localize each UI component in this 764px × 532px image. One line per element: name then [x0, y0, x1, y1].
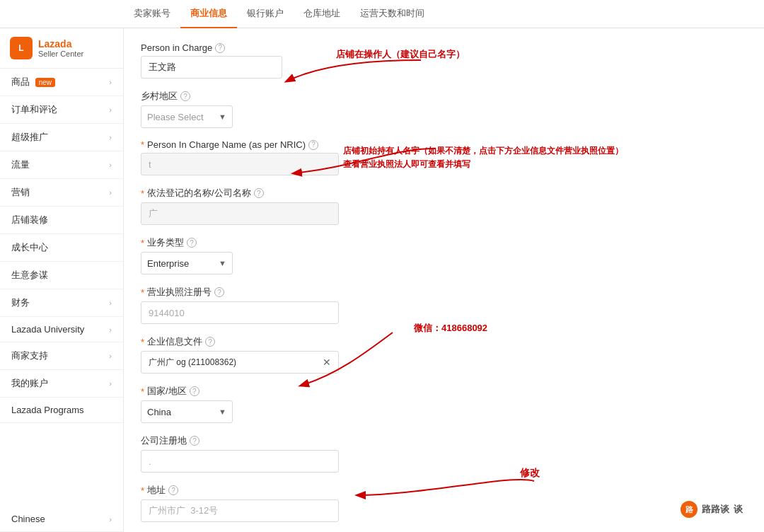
info-icon[interactable]: ?	[190, 386, 199, 396]
sidebar-item-university[interactable]: Lazada University ›	[0, 317, 123, 342]
country-group: * 国家/地区 ? China ▼	[141, 385, 438, 423]
sidebar-item-language[interactable]: Chinese ›	[0, 507, 123, 532]
annotation-modify: 修改	[520, 467, 540, 480]
watermark: 路 路路谈 谈	[681, 501, 743, 518]
sidebar-item-account[interactable]: 我的账户 ›	[0, 370, 123, 398]
sidebar-item-orders[interactable]: 订单和评论 ›	[0, 96, 123, 124]
sidebar-logo: L Lazada Seller Center	[0, 28, 123, 69]
info-icon[interactable]: ?	[187, 238, 197, 248]
business-type-label: * 业务类型 ?	[141, 236, 438, 249]
chevron-right-icon: ›	[109, 352, 112, 360]
enterprise-file-upload[interactable]: 广州广 og (211008362) ✕	[141, 351, 339, 374]
chevron-right-icon: ›	[109, 515, 112, 524]
chevron-right-icon: ›	[109, 379, 112, 388]
chevron-right-icon: ›	[109, 133, 112, 141]
rural-area-select[interactable]: Please Select ▼	[141, 105, 233, 128]
sidebar-item-marketing[interactable]: 营销 ›	[0, 179, 123, 207]
chevron-right-icon: ›	[109, 325, 112, 334]
reg-number-label: * 营业执照注册号 ?	[141, 286, 438, 299]
rural-area-label: 乡村地区 ?	[141, 90, 438, 103]
info-icon[interactable]: ?	[180, 91, 190, 101]
sidebar-item-traffic[interactable]: 流量 ›	[0, 151, 123, 179]
info-icon[interactable]: ?	[308, 140, 318, 150]
chevron-right-icon: ›	[109, 299, 112, 307]
company-reg-group: 公司注册地 ?	[141, 434, 438, 473]
business-type-group: * 业务类型 ? Enterprise ▼	[141, 236, 438, 274]
top-nav: 卖家账号 商业信息 银行账户 仓库地址 运营天数和时间	[0, 0, 764, 28]
person-nric-input[interactable]	[141, 153, 339, 175]
content-area: Person in Charge ? 乡村地区 ? Please Select …	[124, 28, 764, 532]
company-name-label: * 依法登记的名称/公司名称 ?	[141, 187, 438, 200]
country-select[interactable]: China ▼	[141, 400, 233, 423]
info-icon[interactable]: ?	[168, 485, 178, 495]
company-reg-label: 公司注册地 ?	[141, 434, 438, 447]
info-icon[interactable]: ?	[190, 436, 199, 446]
top-nav-operations[interactable]: 运营天数和时间	[350, 0, 434, 28]
sidebar-item-growth[interactable]: 成长中心	[0, 234, 123, 262]
dropdown-arrow-icon: ▼	[219, 259, 226, 267]
enterprise-file-group: * 企业信息文件 ? 广州广 og (211008362) ✕	[141, 335, 438, 374]
watermark-icon: 路	[681, 501, 698, 518]
lazada-logo-icon: L	[10, 37, 33, 59]
person-in-charge-group: Person in Charge ?	[141, 42, 438, 79]
svg-text:L: L	[18, 43, 23, 53]
sidebar-item-store[interactable]: 店铺装修	[0, 207, 123, 234]
company-reg-input[interactable]	[141, 450, 339, 473]
address-group: * 地址 ?	[141, 484, 438, 522]
person-nric-label: * Person In Charge Name (as per NRIC) ?	[141, 139, 438, 150]
chevron-right-icon: ›	[109, 161, 112, 169]
address-input[interactable]	[141, 499, 339, 522]
person-in-charge-label: Person in Charge ?	[141, 42, 438, 53]
address-label: * 地址 ?	[141, 484, 438, 497]
top-nav-warehouse[interactable]: 仓库地址	[294, 0, 350, 28]
company-name-group: * 依法登记的名称/公司名称 ?	[141, 187, 438, 225]
business-type-select[interactable]: Enterprise ▼	[141, 252, 233, 274]
business-info-form: Person in Charge ? 乡村地区 ? Please Select …	[141, 42, 438, 522]
dropdown-arrow-icon: ▼	[219, 407, 226, 416]
chevron-right-icon: ›	[109, 105, 112, 114]
chevron-right-icon: ›	[109, 78, 112, 86]
sidebar-item-finance[interactable]: 财务 ›	[0, 289, 123, 317]
person-nric-group: * Person In Charge Name (as per NRIC) ?	[141, 139, 438, 175]
dropdown-arrow-icon: ▼	[219, 112, 226, 121]
sidebar-logo-text: Lazada Seller Center	[38, 38, 83, 58]
sidebar-item-analytics[interactable]: 生意参谋	[0, 262, 123, 289]
sidebar-item-products[interactable]: 商品 new ›	[0, 69, 123, 96]
company-name-input[interactable]	[141, 202, 339, 225]
top-nav-business[interactable]: 商业信息	[180, 0, 237, 28]
sidebar: L Lazada Seller Center 商品 new › 订单和评论 › …	[0, 28, 124, 532]
info-icon[interactable]: ?	[215, 43, 225, 53]
sidebar-item-programs[interactable]: Lazada Programs	[0, 398, 123, 423]
person-in-charge-input[interactable]	[141, 56, 282, 79]
info-icon[interactable]: ?	[214, 287, 224, 297]
sidebar-item-support[interactable]: 商家支持 ›	[0, 342, 123, 370]
rural-area-group: 乡村地区 ? Please Select ▼	[141, 90, 438, 128]
reg-number-input[interactable]	[141, 301, 339, 324]
reg-number-group: * 营业执照注册号 ?	[141, 286, 438, 324]
country-label: * 国家/地区 ?	[141, 385, 438, 398]
close-icon[interactable]: ✕	[323, 357, 331, 368]
top-nav-bank[interactable]: 银行账户	[237, 0, 294, 28]
info-icon[interactable]: ?	[254, 188, 264, 198]
info-icon[interactable]: ?	[205, 337, 215, 347]
enterprise-file-label: * 企业信息文件 ?	[141, 335, 438, 348]
chevron-right-icon: ›	[109, 188, 112, 197]
top-nav-seller[interactable]: 卖家账号	[124, 0, 180, 28]
sidebar-item-promotion[interactable]: 超级推广 ›	[0, 124, 123, 151]
